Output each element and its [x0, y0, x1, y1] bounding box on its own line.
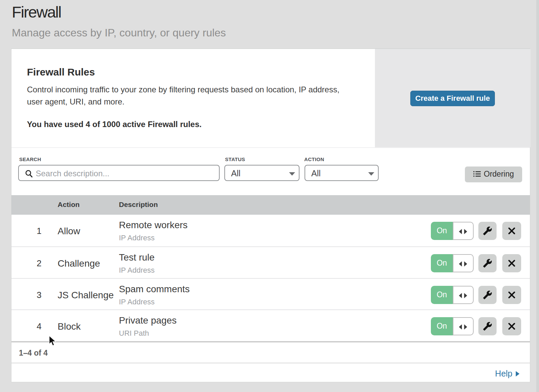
card-description-line1: Control incoming traffic to your zone by… [27, 84, 340, 96]
help-arrow-icon [516, 371, 519, 376]
rule-action: Allow [58, 226, 80, 237]
pagination-text: 1–4 of 4 [19, 349, 48, 358]
toggle-arrows-icon [459, 324, 471, 330]
rule-priority: 4 [31, 321, 47, 332]
rule-toggle[interactable]: On [431, 286, 474, 304]
toggle-off-segment[interactable] [453, 317, 474, 335]
firewall-rules-card: Firewall Rules Control incoming traffic … [11, 49, 530, 382]
wrench-icon [483, 322, 492, 331]
page-subtitle: Manage access by IP, country, or query r… [12, 27, 226, 39]
edit-rule-button[interactable] [478, 286, 497, 304]
column-header-action: Action [58, 201, 80, 209]
delete-rule-button[interactable] [502, 254, 521, 272]
ordering-button-label: Ordering [484, 170, 514, 179]
x-icon [508, 291, 515, 299]
delete-rule-button[interactable] [502, 317, 521, 335]
search-icon [25, 169, 33, 178]
table-header: Action Description [11, 195, 530, 215]
rule-description: Private pages [119, 315, 177, 326]
rule-row-1: 1 Allow Remote workers IP Address On [11, 215, 530, 247]
rule-action: JS Challenge [58, 290, 114, 301]
mouse-cursor [49, 335, 57, 348]
usage-note: You have used 4 of 1000 active Firewall … [27, 120, 201, 129]
rule-match-type: IP Address [119, 234, 155, 242]
edit-rule-button[interactable] [478, 254, 497, 272]
edit-rule-button[interactable] [478, 317, 497, 335]
rule-priority: 2 [31, 258, 47, 269]
x-icon [508, 323, 515, 330]
toggle-on-segment[interactable]: On [431, 317, 453, 335]
rule-priority: 3 [31, 290, 47, 300]
card-heading: Firewall Rules [27, 66, 95, 78]
action-value: All [311, 169, 321, 178]
status-label: STATUS [225, 156, 245, 162]
search-label: SEARCH [19, 156, 41, 162]
rule-row-2: 2 Challenge Test rule IP Address On [11, 247, 530, 279]
search-placeholder: Search description... [36, 169, 109, 178]
card-description-line2: user agent, URI, and more. [27, 96, 124, 108]
wrench-icon [483, 290, 492, 300]
rule-description: Spam comments [119, 284, 190, 295]
ordering-button[interactable]: Ordering [465, 167, 522, 182]
toggle-arrows-icon [459, 292, 471, 299]
toggle-arrows-icon [459, 261, 471, 267]
column-header-description: Description [119, 201, 158, 209]
x-icon [508, 227, 515, 235]
rule-row-3: 3 JS Challenge Spam comments IP Address … [11, 279, 530, 310]
delete-rule-button[interactable] [502, 286, 521, 304]
window-edge-strip [536, 0, 539, 392]
toggle-off-segment[interactable] [453, 254, 474, 272]
rule-action: Block [58, 321, 81, 332]
action-dropdown-arrow-icon [368, 172, 374, 176]
status-dropdown-arrow-icon [289, 172, 295, 176]
rule-description: Remote workers [119, 220, 188, 231]
rule-description: Test rule [119, 252, 155, 263]
rule-row-4: 4 Block Private pages URI Path On [11, 310, 530, 342]
search-input[interactable]: Search description... [18, 165, 220, 181]
rule-toggle[interactable]: On [431, 317, 474, 335]
toggle-on-segment[interactable]: On [431, 254, 453, 272]
rule-toggle[interactable]: On [431, 222, 474, 240]
rule-toggle[interactable]: On [431, 254, 474, 272]
rule-priority: 1 [31, 226, 47, 236]
hero-section: Firewall Rules Control incoming traffic … [11, 49, 530, 148]
create-firewall-rule-button[interactable]: Create a Firewall rule [410, 91, 495, 106]
wrench-icon [483, 226, 492, 236]
toggle-arrows-icon [459, 228, 471, 235]
page-title: Firewall [12, 3, 61, 21]
help-link[interactable]: Help [495, 369, 519, 379]
toggle-off-segment[interactable] [453, 222, 474, 240]
toggle-off-segment[interactable] [453, 286, 474, 304]
action-label: ACTION [304, 156, 324, 162]
action-select[interactable]: All [305, 165, 379, 181]
ordering-list-icon [473, 171, 481, 177]
rule-match-type: IP Address [119, 298, 155, 306]
help-link-label: Help [495, 369, 512, 378]
x-icon [508, 260, 515, 267]
rule-match-type: IP Address [119, 266, 155, 275]
delete-rule-button[interactable] [502, 222, 521, 240]
toggle-on-segment[interactable]: On [431, 286, 453, 304]
edit-rule-button[interactable] [478, 222, 497, 240]
status-select[interactable]: All [224, 165, 299, 181]
status-value: All [231, 169, 241, 178]
toggle-on-segment[interactable]: On [431, 222, 453, 240]
rule-action: Challenge [58, 258, 100, 269]
rule-match-type: URI Path [119, 329, 149, 338]
wrench-icon [483, 259, 492, 268]
pagination-row: 1–4 of 4 [11, 342, 530, 363]
help-row: Help [11, 363, 530, 383]
